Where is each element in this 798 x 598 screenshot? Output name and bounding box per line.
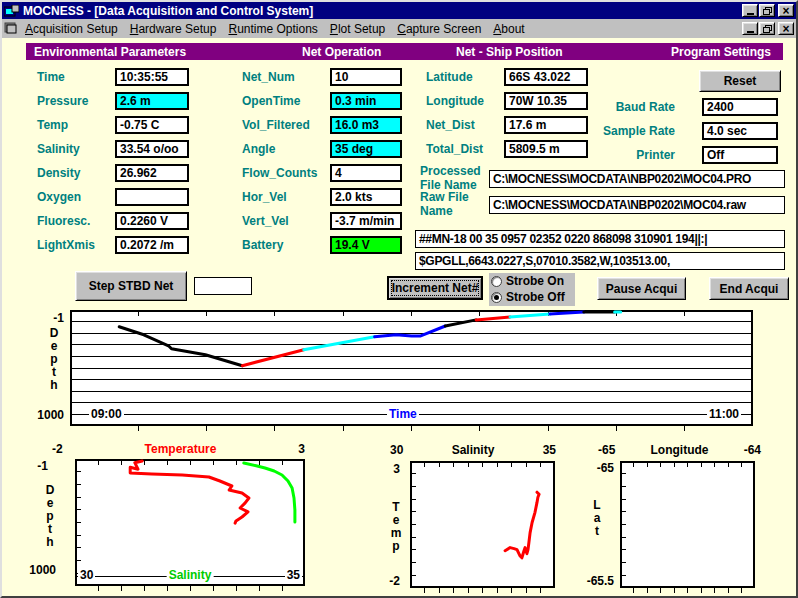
field-value-baud-rate: 2400 [702, 98, 778, 116]
section-net-ship-position: Net - Ship Position [456, 45, 563, 59]
field-value-temp: -0.75 C [115, 116, 189, 134]
series-tow-segment-8 [550, 312, 584, 314]
menu-item-runtime-options[interactable]: Runtime Options [222, 21, 323, 37]
field-label-opentime: OpenTime [242, 94, 300, 108]
field-label-fluoresc-: Fluoresc. [37, 214, 90, 228]
temp-salinity-profile-chart: 30 Salinity 35 [75, 459, 305, 591]
field-value-salinity: 33.54 o/oo [115, 140, 189, 158]
field-label-printer: Printer [590, 148, 675, 162]
app-window: MOCNESS - [Data Acquisition and Control … [0, 0, 798, 598]
profile-temp-label: Temperature [145, 442, 217, 456]
mdi-restore-button[interactable] [759, 22, 775, 35]
track-lat-axis-label: L a t [590, 499, 604, 538]
reset-button[interactable]: Reset [699, 70, 781, 92]
processed-file-value: C:\MOCNESS\MOCDATA\NBP0202\MOC04.PRO [489, 170, 785, 188]
field-label-latitude: Latitude [426, 70, 473, 84]
field-value-net-dist: 17.6 m [504, 116, 588, 134]
field-value-vert-vel: -3.7 m/min [330, 212, 402, 230]
track-lon-max: -64 [744, 443, 761, 457]
menu-item-about[interactable]: About [487, 21, 530, 37]
field-label-battery: Battery [242, 238, 283, 252]
menu-item-hardware-setup[interactable]: Hardware Setup [124, 21, 223, 37]
time-axis-label: Time [387, 407, 419, 421]
end-acqui-button[interactable]: End Acqui [709, 277, 789, 300]
profile-top-axis: -2 Temperature 3 [52, 442, 305, 456]
menu-item-plot-setup[interactable]: Plot Setup [324, 21, 391, 37]
ts-temp-top-tick: 3 [370, 462, 400, 476]
depth-time-chart: 09:00 Time 11:00 [70, 310, 753, 432]
ts-sal-max: 35 [543, 443, 556, 457]
gps-nmea-string: $GPGLL,6643.0227,S,07010.3582,W,103513.0… [415, 252, 785, 270]
field-label-time: Time [37, 70, 65, 84]
field-label-flow-counts: Flow_Counts [242, 166, 317, 180]
field-label-density: Density [37, 166, 80, 180]
mdi-document-icon[interactable] [4, 22, 19, 35]
field-label-sample-rate: Sample Rate [590, 124, 675, 138]
field-value-longitude: 70W 10.35 [504, 92, 588, 110]
menubar: Acquisition SetupHardware SetupRuntime O… [2, 19, 796, 38]
close-button[interactable]: × [778, 4, 794, 17]
field-value-angle: 35 deg [330, 140, 402, 158]
field-value-battery: 19.4 V [330, 236, 402, 254]
ts-top-axis: 30 Salinity 35 [390, 443, 556, 457]
increment-net-button[interactable]: Increment Net# [387, 276, 483, 300]
menu-item-capture-screen[interactable]: Capture Screen [391, 21, 487, 37]
strobe-on-option[interactable]: Strobe On [489, 273, 575, 289]
field-value-printer: Off [702, 146, 778, 164]
strobe-radio-group: Strobe On Strobe Off [489, 273, 575, 306]
window-title: MOCNESS - [Data Acquisition and Control … [23, 4, 742, 18]
telemetry-raw-string: ##MN-18 00 35 0957 02352 0220 868098 310… [415, 230, 785, 248]
field-label-angle: Angle [242, 142, 275, 156]
profile-temp-max: 3 [298, 442, 305, 456]
field-value-vol-filtered: 16.0 m3 [330, 116, 402, 134]
pause-acqui-button[interactable]: Pause Acqui [597, 277, 686, 300]
mdi-minimize-button[interactable] [742, 22, 758, 35]
step-stbd-net-button[interactable]: Step STBD Net [75, 271, 187, 301]
field-label-pressure: Pressure [37, 94, 88, 108]
field-label-vol-filtered: Vol_Filtered [242, 118, 310, 132]
strobe-off-radio-icon[interactable] [491, 292, 502, 303]
track-lat-bottom-tick: -65.5 [568, 574, 614, 588]
field-value-flow-counts: 4 [330, 164, 402, 182]
track-top-axis: -65 Longitude -64 [598, 443, 761, 457]
ts-temp-axis-label: T e m p [388, 501, 404, 553]
strobe-off-label: Strobe Off [506, 290, 565, 304]
profile-sal-min: 30 [78, 568, 95, 582]
time-axis-tick-start: 09:00 [89, 407, 124, 421]
field-value-lightxmis: 0.2072 /m [115, 236, 189, 254]
profile-depth-top-tick: -1 [18, 459, 48, 473]
profile-depth-bottom-tick: 1000 [12, 563, 56, 577]
titlebar: MOCNESS - [Data Acquisition and Control … [2, 2, 796, 19]
restore-button[interactable] [759, 4, 775, 17]
field-value-opentime: 0.3 min [330, 92, 402, 110]
mdi-close-button[interactable]: × [778, 22, 794, 35]
net-step-input[interactable] [194, 277, 252, 295]
field-label-net-num: Net_Num [242, 70, 295, 84]
field-label-net-dist: Net_Dist [426, 118, 475, 132]
section-header-band: Environmental Parameters Net Operation N… [26, 43, 783, 60]
main-depth-axis-label: D e p t h [46, 327, 62, 392]
profile-depth-axis-label: D e p t h [42, 484, 58, 549]
minimize-button[interactable] [742, 4, 758, 17]
field-value-pressure: 2.6 m [115, 92, 189, 110]
field-label-temp: Temp [37, 118, 68, 132]
processed-file-label: Processed File Name [420, 164, 490, 192]
section-environmental: Environmental Parameters [34, 45, 186, 59]
ts-sal-min: 30 [390, 443, 403, 457]
field-value-total-dist: 5809.5 m [504, 140, 588, 158]
profile-sal-max: 35 [285, 568, 302, 582]
field-label-longitude: Longitude [426, 94, 484, 108]
temp-salinity-chart [410, 461, 555, 593]
time-axis-tick-end: 11:00 [707, 407, 741, 421]
field-value-time: 10:35:55 [115, 68, 189, 86]
menu-item-acquisition-setup[interactable]: Acquisition Setup [19, 21, 124, 37]
section-program-settings: Program Settings [671, 45, 771, 59]
field-label-total-dist: Total_Dist [426, 142, 483, 156]
field-label-baud-rate: Baud Rate [590, 100, 675, 114]
strobe-off-option[interactable]: Strobe Off [489, 289, 575, 305]
ts-temp-bottom-tick: -2 [368, 574, 400, 588]
field-value-sample-rate: 4.0 sec [702, 122, 778, 140]
field-value-latitude: 66S 43.022 [504, 68, 588, 86]
strobe-on-radio-icon[interactable] [491, 276, 502, 287]
strobe-on-label: Strobe On [506, 274, 564, 288]
